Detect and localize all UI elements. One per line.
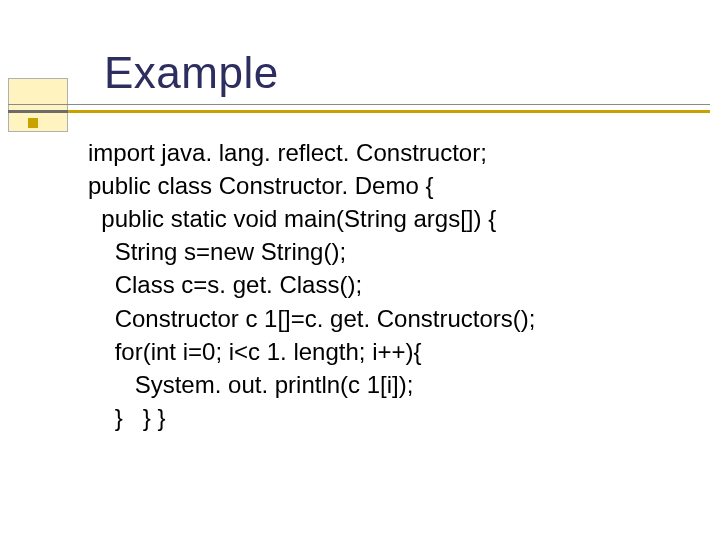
code-line: System. out. println(c 1[i]); [88, 368, 680, 401]
code-line: Class c=s. get. Class(); [88, 268, 680, 301]
title-rule-thin [8, 104, 710, 105]
title-area: Example [0, 48, 720, 118]
slide: Example import java. lang. reflect. Cons… [0, 0, 720, 540]
code-line: for(int i=0; i<c 1. length; i++){ [88, 335, 680, 368]
code-block: import java. lang. reflect. Constructor;… [88, 136, 680, 434]
code-line: Constructor c 1[]=c. get. Constructors()… [88, 302, 680, 335]
code-line: } } } [88, 401, 680, 434]
code-line: import java. lang. reflect. Constructor; [88, 136, 680, 169]
title-accent-box [8, 78, 68, 132]
slide-title: Example [104, 48, 279, 98]
bullet-square-icon [28, 118, 38, 128]
title-rule [8, 110, 710, 113]
code-line: public static void main(String args[]) { [88, 202, 680, 235]
code-line: String s=new String(); [88, 235, 680, 268]
code-line: public class Constructor. Demo { [88, 169, 680, 202]
